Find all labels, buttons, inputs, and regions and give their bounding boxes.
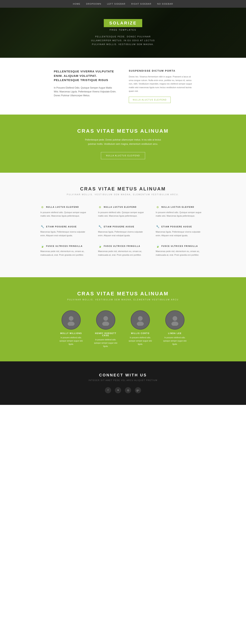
team-subtitle: PULVINAR MOLLIS. VESTIBULUM SEM MAGNA, E… bbox=[8, 298, 238, 301]
team-heading: CRAS VITAE METUS ALINUAM bbox=[8, 291, 238, 297]
footer-heading: CONNECT WITH US bbox=[8, 373, 238, 377]
wrench-icon: 🔧 bbox=[98, 225, 102, 228]
intro-cta-button[interactable]: NULLA ALUCTUS ELEIFEND bbox=[129, 97, 171, 103]
section-intro: PELLENTESQUE VIVERRA VULPUTATE ENIM. ALI… bbox=[46, 58, 200, 114]
cta-button[interactable]: NULLA ALUCTUS ELEIFEND bbox=[101, 152, 145, 159]
gear-icon: ⚙ bbox=[40, 205, 44, 209]
feature-item: ⚙ NULLA LUCTUS ELEIFEND In posuere eleif… bbox=[98, 205, 148, 218]
feature-text: In posuere eleifend odio. Quisque semper… bbox=[98, 210, 148, 218]
feature-text: Maecenas ligula. Pellentesque viverra vu… bbox=[40, 230, 90, 237]
team-member: LINDA LEE In posuere eleifend odio. quis… bbox=[162, 310, 187, 348]
feature-item: 🔧 ETIAM POSUERE AUGUE Maecenas ligula. P… bbox=[98, 225, 148, 237]
features-section: CRAS VITAE METUS ALINUAM PULVINAR MOLLIS… bbox=[0, 173, 246, 277]
feature-title: NULLA LUCTUS ELEIFEND bbox=[104, 206, 137, 208]
cta-section: CRAS VITAE METUS ALINUAM Pellentesque pe… bbox=[0, 114, 246, 172]
leaf-icon: 🍃 bbox=[156, 244, 159, 248]
cta-heading: CRAS VITAE METUS ALINUAM bbox=[8, 128, 238, 134]
svg-point-6 bbox=[173, 316, 177, 321]
footer: CONNECT WITH US INTEGER SIT AMET PEDE VE… bbox=[0, 361, 246, 405]
feature-item: ⚙ NULLA LUCTUS ELEIFEND In posuere eleif… bbox=[40, 205, 90, 218]
social-icons: f✦◎g+ bbox=[8, 387, 238, 393]
avatar bbox=[61, 310, 81, 330]
svg-point-4 bbox=[138, 316, 143, 321]
avatar bbox=[131, 310, 150, 330]
hero-badge: SOLARIZE bbox=[104, 19, 142, 27]
feature-item: 🔧 ETIAM POSUERE AUGUE Maecenas ligula. P… bbox=[40, 225, 90, 237]
member-name: HENRY DORSETT CASE bbox=[93, 332, 118, 336]
feature-title: ETIAM POSUERE AUGUE bbox=[161, 226, 192, 228]
avatar bbox=[165, 310, 185, 330]
feature-text: Maecenas pede nisl, elementum eu, ornare… bbox=[98, 250, 148, 257]
team-grid: MOLLY MILLIONS In posuere eleifend odio.… bbox=[8, 310, 238, 348]
intro-left: PELLENTESQUE VIVERRA VULPUTATE ENIM. ALI… bbox=[54, 69, 117, 103]
features-heading: CRAS VITAE METUS ALINUAM bbox=[11, 186, 235, 192]
hero-text: PELLENTESQUE PEDE. DONEC PULVINAR ULLAMC… bbox=[88, 35, 158, 46]
wrench-icon: 🔧 bbox=[156, 225, 159, 228]
instagram-icon[interactable]: ◎ bbox=[125, 387, 131, 393]
team-member: MOLLY MILLIONS In posuere eleifend odio.… bbox=[59, 310, 84, 348]
svg-point-0 bbox=[69, 316, 73, 321]
feature-item: 🔧 ETIAM POSUERE AUGUE Maecenas ligula. P… bbox=[156, 225, 206, 237]
intro-left-text: In Posuere Eleifend Odio. Quisque Semper… bbox=[54, 86, 117, 98]
member-text: In posuere eleifend odio. quisque semper… bbox=[93, 338, 118, 348]
gear-icon: ⚙ bbox=[156, 205, 159, 209]
twitter-icon[interactable]: ✦ bbox=[115, 387, 121, 393]
feature-text: In posuere eleifend odio. Quisque semper… bbox=[156, 210, 206, 218]
svg-point-7 bbox=[171, 322, 178, 326]
intro-right-text: Donec leo. Vivamus fermentum nibh in aug… bbox=[129, 75, 192, 93]
member-name: MOLLY MILLIONS bbox=[59, 332, 84, 334]
wrench-icon: 🔧 bbox=[40, 225, 44, 228]
feature-text: Maecenas ligula. Pellentesque viverra vu… bbox=[156, 230, 206, 237]
feature-item: 🍃 FUSCE ULTRICES FRINGILLA Maecenas pede… bbox=[98, 244, 148, 257]
svg-point-2 bbox=[103, 316, 108, 321]
hero-section: SOLARIZE FREE TEMPLATES PELLENTESQUE PED… bbox=[0, 8, 246, 58]
feature-title: FUSCE ULTRICES FRINGILLA bbox=[46, 245, 83, 247]
feature-title: FUSCE ULTRICES FRINGILLA bbox=[161, 245, 198, 247]
team-member: HENRY DORSETT CASE In posuere eleifend o… bbox=[93, 310, 118, 348]
svg-point-5 bbox=[137, 322, 144, 326]
nav-item-no-sidebar[interactable]: NO SIDEBAR bbox=[157, 3, 173, 5]
member-text: In posuere eleifend odio. quisque semper… bbox=[128, 336, 153, 346]
feature-text: Maecenas pede nisl, elementum eu, ornare… bbox=[40, 250, 90, 257]
svg-point-1 bbox=[68, 322, 75, 326]
feature-title: NULLA LUCTUS ELEIFEND bbox=[161, 206, 194, 208]
cta-text: Pellentesque pede. Donec pulvinar ullamc… bbox=[85, 138, 161, 146]
feature-text: Maecenas pede nisl, elementum eu, ornare… bbox=[156, 250, 206, 257]
gear-icon: ⚙ bbox=[98, 205, 102, 209]
intro-right: SUSPENDISSE DICTUM PORTA Donec leo. Viva… bbox=[129, 69, 192, 103]
hero-sub: FREE TEMPLATES bbox=[110, 29, 136, 31]
facebook-icon[interactable]: f bbox=[105, 387, 111, 393]
feature-title: ETIAM POSUERE AUGUE bbox=[46, 226, 77, 228]
team-section: CRAS VITAE METUS ALINUAM PULVINAR MOLLIS… bbox=[0, 277, 246, 361]
nav-item-left-sidebar[interactable]: LEFT SIDEBAR bbox=[107, 3, 125, 5]
feature-text: In posuere eleifend odio. Quisque semper… bbox=[40, 210, 90, 218]
main-nav: HOMEDROPDOWNLEFT SIDEBARRIGHT SIDEBARNO … bbox=[0, 0, 246, 8]
nav-item-dropdown[interactable]: DROPDOWN bbox=[86, 3, 101, 5]
nav-item-home[interactable]: HOME bbox=[73, 3, 80, 5]
feature-title: FUSCE ULTRICES FRINGILLA bbox=[104, 245, 140, 247]
leaf-icon: 🍃 bbox=[40, 244, 44, 248]
features-grid: ⚙ NULLA LUCTUS ELEIFEND In posuere eleif… bbox=[40, 205, 206, 264]
feature-title: ETIAM POSUERE AUGUE bbox=[104, 226, 134, 228]
team-member: WILLIS CORTO In posuere eleifend odio. q… bbox=[128, 310, 153, 348]
svg-point-3 bbox=[102, 322, 109, 326]
member-name: LINDA LEE bbox=[162, 332, 187, 334]
intro-left-heading: PELLENTESQUE VIVERRA VULPUTATE ENIM. ALI… bbox=[54, 69, 117, 82]
feature-item: ⚙ NULLA LUCTUS ELEIFEND In posuere eleif… bbox=[156, 205, 206, 218]
feature-title: NULLA LUCTUS ELEIFEND bbox=[46, 206, 79, 208]
feature-text: Maecenas ligula. Pellentesque viverra vu… bbox=[98, 230, 148, 237]
nav-item-right-sidebar[interactable]: RIGHT SIDEBAR bbox=[131, 3, 151, 5]
feature-item: 🍃 FUSCE ULTRICES FRINGILLA Maecenas pede… bbox=[40, 244, 90, 257]
intro-right-heading: SUSPENDISSE DICTUM PORTA bbox=[129, 69, 192, 72]
leaf-icon: 🍃 bbox=[98, 244, 102, 248]
features-subtitle: PULVINAR MOLLIS. VESTIBULUM SEM MAGNA, E… bbox=[11, 194, 235, 196]
footer-subtitle: INTEGER SIT AMET PEDE VEL ARCU ALIQUET P… bbox=[8, 379, 238, 382]
feature-item: 🍃 FUSCE ULTRICES FRINGILLA Maecenas pede… bbox=[156, 244, 206, 257]
googleplus-icon[interactable]: g+ bbox=[135, 387, 141, 393]
member-name: WILLIS CORTO bbox=[128, 332, 153, 334]
member-text: In posuere eleifend odio. quisque semper… bbox=[59, 336, 84, 346]
avatar bbox=[96, 310, 115, 330]
member-text: In posuere eleifend odio. quisque semper… bbox=[162, 336, 187, 346]
